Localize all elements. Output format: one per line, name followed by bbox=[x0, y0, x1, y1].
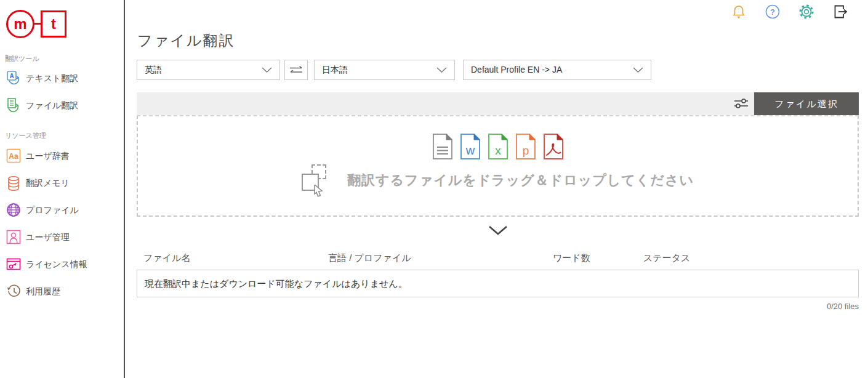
app-logo[interactable]: m t bbox=[6, 9, 68, 39]
dropzone-hint: 翻訳するファイルをドラッグ＆ドロップしてください bbox=[138, 164, 858, 196]
user-management-icon bbox=[6, 230, 21, 244]
sidebar-item-usage-history[interactable]: 利用履歴 bbox=[0, 282, 125, 300]
usage-history-icon bbox=[6, 284, 21, 299]
settings-gear-icon[interactable] bbox=[798, 4, 814, 20]
sidebar-item-license-info[interactable]: ライセンス情報 bbox=[0, 255, 125, 273]
sidebar-item-translation-memory[interactable]: 翻訳メモリ bbox=[0, 174, 125, 192]
sidebar-item-label: ユーザ管理 bbox=[26, 228, 70, 246]
chevron-down-icon bbox=[436, 67, 447, 73]
file-select-button[interactable]: ファイル選択 bbox=[754, 92, 859, 115]
text-translate-icon: A bbox=[6, 71, 21, 86]
sidebar-item-user-dictionary[interactable]: Aa ユーザ辞書 bbox=[0, 147, 125, 165]
profile-globe-icon bbox=[6, 203, 21, 217]
upload-settings-icon[interactable] bbox=[733, 97, 749, 110]
sidebar-item-text-translation[interactable]: A テキスト翻訳 bbox=[0, 69, 125, 87]
translation-memory-icon bbox=[6, 175, 21, 190]
sidebar-item-label: プロファイル bbox=[26, 201, 79, 219]
upload-toolbar: ファイル選択 bbox=[137, 92, 859, 115]
chevron-down-icon bbox=[262, 67, 272, 73]
target-language-value: 日本語 bbox=[322, 60, 348, 79]
logout-icon[interactable] bbox=[832, 4, 848, 20]
svg-text:A: A bbox=[9, 73, 14, 79]
expand-chevron-icon[interactable] bbox=[137, 225, 859, 236]
sidebar-section-translation-tools: 翻訳ツール bbox=[5, 54, 39, 63]
svg-text:?: ? bbox=[770, 7, 775, 17]
sidebar-item-label: ファイル翻訳 bbox=[26, 96, 78, 115]
column-header-status: ステータス bbox=[643, 252, 690, 264]
excel-file-icon: x bbox=[487, 133, 509, 160]
sidebar-item-label: テキスト翻訳 bbox=[26, 69, 78, 87]
drag-drop-icon bbox=[302, 164, 331, 196]
column-header-language-profile: 言語 / プロファイル bbox=[328, 252, 411, 264]
logo-m-circle: m bbox=[6, 10, 34, 38]
sidebar: m t 翻訳ツール A テキスト翻訳 ファイル翻訳 bbox=[0, 0, 125, 378]
column-header-word-count: ワード数 bbox=[553, 252, 590, 264]
svg-text:p: p bbox=[522, 144, 529, 157]
sidebar-item-label: ユーザ辞書 bbox=[26, 147, 70, 165]
sidebar-item-label: 利用履歴 bbox=[26, 282, 60, 300]
page-title: ファイル翻訳 bbox=[137, 31, 235, 50]
help-icon[interactable]: ? bbox=[765, 4, 781, 20]
logo-t-square: t bbox=[41, 10, 66, 38]
pdf-file-icon bbox=[542, 133, 565, 160]
license-info-icon bbox=[6, 257, 21, 271]
column-header-filename: ファイル名 bbox=[143, 252, 190, 264]
dropzone-text: 翻訳するファイルをドラッグ＆ドロップしてください bbox=[347, 171, 694, 190]
svg-text:Aa: Aa bbox=[9, 152, 18, 161]
empty-files-row: 現在翻訳中またはダウンロード可能なファイルはありません。 bbox=[137, 270, 859, 297]
swap-languages-button[interactable] bbox=[284, 60, 308, 80]
source-language-value: 英語 bbox=[145, 60, 162, 79]
svg-text:x: x bbox=[495, 144, 501, 157]
chevron-down-icon bbox=[633, 67, 643, 73]
file-type-icons: w x p bbox=[138, 133, 858, 160]
profile-select[interactable]: Default Profile EN -> JA bbox=[463, 60, 651, 80]
sidebar-item-profile[interactable]: プロファイル bbox=[0, 201, 125, 219]
file-dropzone[interactable]: w x p 翻訳するファイルをドラッグ＆ドロップしてください bbox=[137, 115, 859, 217]
sidebar-section-resource-management: リソース管理 bbox=[5, 131, 46, 140]
profile-select-value: Default Profile EN -> JA bbox=[471, 60, 562, 79]
sidebar-item-label: ライセンス情報 bbox=[26, 255, 87, 273]
sidebar-item-user-management[interactable]: ユーザ管理 bbox=[0, 228, 125, 246]
file-translate-icon bbox=[6, 98, 21, 113]
user-dictionary-icon: Aa bbox=[6, 148, 21, 163]
text-file-icon bbox=[432, 133, 454, 160]
sidebar-item-label: 翻訳メモリ bbox=[26, 174, 70, 192]
notification-bell-icon[interactable] bbox=[731, 4, 747, 20]
target-language-select[interactable]: 日本語 bbox=[314, 60, 455, 80]
svg-text:w: w bbox=[465, 143, 475, 157]
word-file-icon: w bbox=[459, 133, 481, 160]
files-count: 0/20 files bbox=[137, 302, 859, 311]
sidebar-item-file-translation[interactable]: ファイル翻訳 bbox=[0, 96, 125, 115]
powerpoint-file-icon: p bbox=[515, 133, 537, 160]
empty-files-message: 現在翻訳中またはダウンロード可能なファイルはありません。 bbox=[145, 270, 408, 297]
source-language-select[interactable]: 英語 bbox=[137, 60, 280, 80]
